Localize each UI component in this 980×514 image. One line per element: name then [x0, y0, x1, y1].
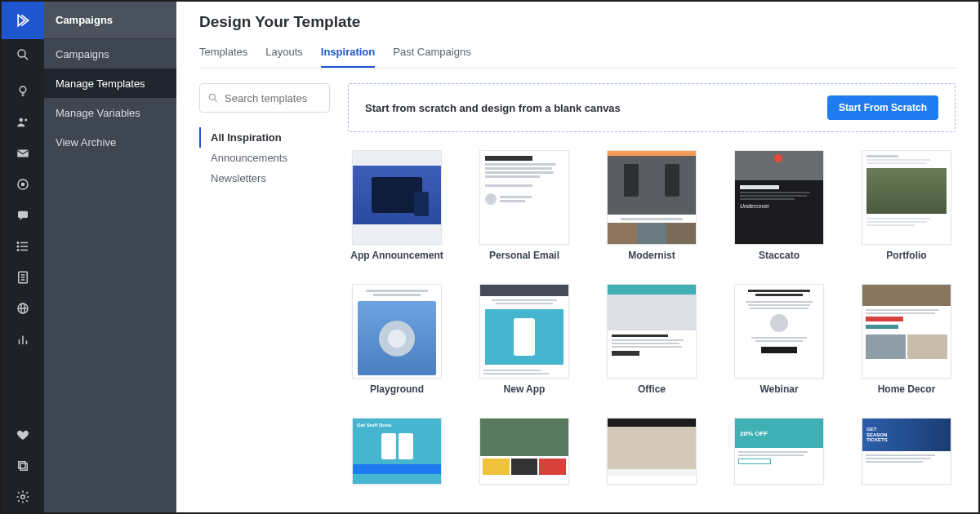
template-card[interactable]: [603, 418, 701, 485]
tab-templates[interactable]: Templates: [199, 46, 247, 68]
svg-point-12: [17, 242, 19, 244]
document-icon[interactable]: [2, 262, 44, 293]
svg-line-1: [24, 56, 28, 60]
template-name: Portfolio: [886, 250, 926, 261]
list-icon[interactable]: [2, 231, 44, 262]
svg-rect-5: [17, 150, 29, 157]
svg-point-3: [20, 118, 24, 122]
svg-line-29: [215, 100, 217, 102]
template-card[interactable]: Modernist: [603, 150, 701, 261]
subnav-item-view-archive[interactable]: View Archive: [44, 127, 176, 157]
lightbulb-icon[interactable]: [2, 76, 44, 107]
template-name: App Announcement: [350, 250, 443, 261]
svg-point-7: [22, 184, 24, 186]
template-name: Staccato: [759, 250, 800, 261]
template-card[interactable]: Webinar: [730, 284, 828, 395]
search-input[interactable]: [199, 83, 330, 113]
filter-all-inspiration[interactable]: All Inspiration: [199, 127, 330, 148]
subnav-item-manage-templates[interactable]: Manage Templates: [44, 69, 176, 98]
template-card[interactable]: GETSEASONTICKETS: [858, 418, 956, 485]
automation-icon[interactable]: [2, 169, 44, 200]
svg-rect-8: [18, 211, 28, 218]
template-name: New App: [504, 383, 546, 395]
tab-past-campaigns[interactable]: Past Campaigns: [393, 46, 470, 68]
heart-icon[interactable]: [2, 419, 44, 450]
app-logo[interactable]: [2, 2, 44, 39]
scratch-banner: Start from scratch and design from a bla…: [348, 83, 956, 132]
template-card[interactable]: Get Stuff Done.: [348, 418, 446, 485]
contacts-icon[interactable]: [2, 107, 44, 138]
subnav-title: Campaigns: [44, 2, 176, 39]
scratch-text: Start from scratch and design from a bla…: [365, 102, 621, 114]
search-icon[interactable]: [2, 39, 44, 70]
template-card[interactable]: Portfolio: [858, 150, 956, 261]
start-from-scratch-button[interactable]: Start From Scratch: [827, 95, 938, 120]
template-name: Webinar: [760, 383, 798, 395]
template-card[interactable]: Playground: [348, 284, 446, 395]
svg-point-27: [21, 495, 25, 499]
svg-point-13: [17, 246, 19, 247]
subnav-item-manage-variables[interactable]: Manage Variables: [44, 98, 176, 127]
template-card[interactable]: Home Decor: [858, 284, 956, 395]
filter-newsletters[interactable]: Newsletters: [201, 168, 330, 188]
page-title: Design Your Template: [199, 13, 956, 31]
svg-rect-25: [20, 463, 27, 470]
svg-point-0: [18, 50, 25, 57]
copy-icon[interactable]: [2, 450, 44, 481]
svg-point-2: [20, 86, 26, 93]
tab-layouts[interactable]: Layouts: [265, 46, 303, 68]
template-name: Office: [638, 383, 666, 395]
chat-icon[interactable]: [2, 200, 44, 231]
template-name: Personal Email: [489, 250, 559, 261]
template-card[interactable]: Office: [603, 284, 701, 395]
settings-icon[interactable]: [2, 481, 44, 512]
search-icon: [207, 92, 219, 104]
template-name: Playground: [370, 383, 424, 395]
svg-point-28: [209, 94, 215, 100]
template-card[interactable]: UndercoverStaccato: [730, 150, 828, 261]
svg-rect-26: [19, 462, 25, 468]
reports-icon[interactable]: [2, 324, 44, 355]
template-card[interactable]: [475, 418, 573, 485]
tab-inspiration[interactable]: Inspiration: [321, 46, 375, 68]
template-card[interactable]: Personal Email: [475, 150, 573, 261]
svg-point-14: [17, 250, 19, 251]
template-card[interactable]: New App: [475, 284, 573, 395]
template-name: Modernist: [628, 250, 675, 261]
svg-point-4: [24, 119, 27, 122]
mail-icon[interactable]: [2, 138, 44, 169]
filter-announcements[interactable]: Announcements: [201, 148, 330, 168]
template-card[interactable]: 20% OFF: [730, 418, 828, 485]
template-name: Home Decor: [878, 383, 936, 395]
subnav-item-campaigns[interactable]: Campaigns: [44, 39, 176, 69]
globe-icon[interactable]: [2, 293, 44, 324]
template-card[interactable]: App Announcement: [348, 150, 446, 261]
